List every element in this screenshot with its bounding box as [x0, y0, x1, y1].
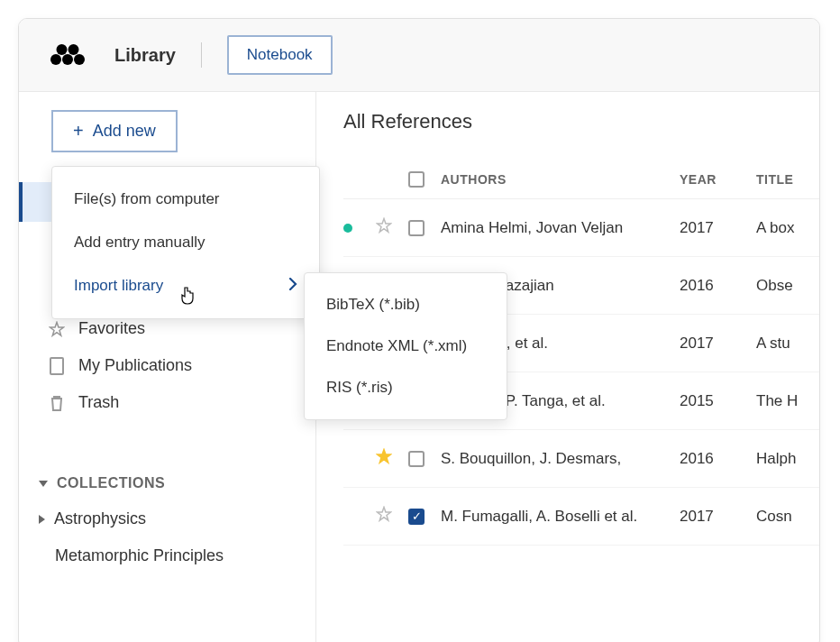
svg-point-0	[50, 54, 61, 65]
title-cell: Halph	[756, 450, 819, 468]
sidebar-nav-list: Favorites My Publications Trash	[19, 310, 315, 421]
library-nav-label[interactable]: Library	[114, 45, 176, 66]
sidebar: + Add new File(s) from computer Add entr…	[19, 92, 316, 642]
star-icon	[48, 321, 66, 337]
star-icon	[376, 506, 392, 522]
authors-cell: S. Bouquillon, J. Desmars,	[441, 450, 680, 468]
table-row[interactable]: Amina Helmi, Jovan Veljan2017A box	[343, 199, 819, 257]
sidebar-item-trash[interactable]: Trash	[39, 384, 296, 421]
submenu-item-endnote[interactable]: Endnote XML (*.xml)	[305, 326, 507, 367]
svg-point-1	[62, 54, 73, 65]
add-new-button[interactable]: + Add new	[51, 110, 178, 152]
svg-point-3	[57, 44, 68, 55]
caret-down-icon	[39, 481, 48, 487]
document-icon	[48, 357, 66, 375]
label: My Publications	[78, 356, 192, 375]
label: Trash	[78, 393, 119, 412]
svg-point-4	[68, 44, 79, 55]
dropdown-item-add-manually[interactable]: Add entry manually	[52, 221, 319, 264]
svg-rect-5	[50, 358, 63, 374]
column-header-title[interactable]: TITLE	[756, 172, 819, 187]
caret-right-icon	[39, 515, 45, 524]
collection-item-metamorphic[interactable]: Metamorphic Principles	[19, 537, 315, 574]
app-logo	[46, 41, 89, 69]
row-checkbox[interactable]	[408, 451, 425, 467]
dropdown-item-files[interactable]: File(s) from computer	[52, 178, 319, 221]
row-indicator	[343, 224, 376, 233]
app-header: Library Notebook	[19, 19, 819, 92]
dot-indicator-icon	[343, 224, 352, 233]
year-cell: 2017	[680, 335, 756, 353]
favorite-star[interactable]	[376, 506, 408, 527]
cursor-pointer-icon	[179, 286, 196, 310]
import-library-submenu: BibTeX (*.bib) Endnote XML (*.xml) RIS (…	[304, 272, 507, 420]
year-cell: 2015	[680, 392, 756, 410]
label: Add entry manually	[74, 234, 205, 252]
year-cell: 2016	[680, 277, 756, 295]
sidebar-item-my-publications[interactable]: My Publications	[39, 347, 296, 384]
table-row[interactable]: ✓M. Fumagalli, A. Boselli et al.2017Cosn	[343, 488, 819, 546]
select-all-checkbox[interactable]	[408, 171, 425, 188]
trash-icon	[48, 394, 66, 412]
page-title: All References	[343, 110, 819, 133]
title-cell: A box	[756, 219, 819, 237]
submenu-item-ris[interactable]: RIS (*.ris)	[305, 367, 507, 408]
column-header-authors[interactable]: AUTHORS	[441, 172, 680, 187]
notebook-button[interactable]: Notebook	[227, 35, 333, 75]
row-checkbox[interactable]	[408, 220, 425, 236]
label: Import library	[74, 277, 163, 295]
year-cell: 2017	[680, 508, 756, 526]
authors-cell: M. Fumagalli, A. Boselli et al.	[441, 508, 680, 526]
favorite-star[interactable]	[376, 217, 408, 238]
row-checkbox[interactable]: ✓	[408, 509, 425, 525]
year-cell: 2016	[680, 450, 756, 468]
label: Metamorphic Principles	[55, 546, 224, 565]
star-icon	[376, 448, 392, 464]
label: File(s) from computer	[74, 190, 220, 208]
table-row[interactable]: S. Bouquillon, J. Desmars,2016Halph	[343, 430, 819, 488]
title-cell: Cosn	[756, 508, 819, 526]
collections-section-header[interactable]: COLLECTIONS	[19, 466, 315, 500]
title-cell: The H	[756, 392, 819, 410]
label: Astrophysics	[54, 509, 146, 528]
year-cell: 2017	[680, 219, 756, 237]
table-header-row: AUTHORS YEAR TITLE	[343, 160, 819, 199]
label: COLLECTIONS	[57, 475, 165, 491]
svg-point-2	[74, 54, 85, 65]
header-divider	[201, 42, 202, 68]
chevron-right-icon	[289, 278, 297, 294]
authors-cell: Amina Helmi, Jovan Veljan	[441, 219, 680, 237]
submenu-item-bibtex[interactable]: BibTeX (*.bib)	[305, 284, 507, 326]
collection-item-astrophysics[interactable]: Astrophysics	[19, 500, 315, 537]
column-header-year[interactable]: YEAR	[680, 172, 756, 187]
star-icon	[376, 217, 392, 234]
label: Favorites	[78, 319, 145, 338]
title-cell: Obse	[756, 277, 819, 295]
add-new-label: Add new	[93, 122, 156, 141]
plus-icon: +	[73, 121, 84, 142]
favorite-star[interactable]	[376, 448, 408, 469]
title-cell: A stu	[756, 335, 819, 353]
